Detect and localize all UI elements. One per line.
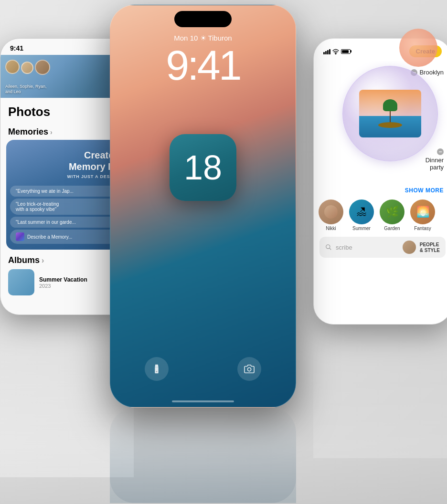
- summer-label: Summer: [352, 226, 371, 231]
- memory-suggestions: "Everything we ate in Jap... "Leo trick-…: [10, 186, 124, 246]
- album-year: 2023: [39, 283, 87, 289]
- battery-icon: [341, 49, 351, 54]
- album-nikki[interactable]: Nikki: [319, 200, 343, 231]
- memory-card[interactable]: Create aMemory Mo WITH JUST A DESCRIP "E…: [6, 140, 128, 250]
- right-albums-row: Nikki 🏖 Summer 🌿 Garden 🌅 Fantasy: [314, 198, 447, 235]
- face-2: [21, 62, 33, 74]
- album-thumbnail: [8, 269, 34, 295]
- right-status-indicators: [323, 49, 351, 54]
- island-ground: [378, 122, 402, 128]
- right-search-bar[interactable]: scribe PEOPLE & STYLE: [319, 237, 446, 258]
- phone-right: Create − Brooklyn: [313, 38, 447, 325]
- center-weather-icon: ☀: [200, 34, 208, 42]
- album-title: Summer Vacation: [39, 276, 87, 283]
- svg-point-4: [247, 368, 251, 371]
- show-more[interactable]: SHOW MORE: [314, 185, 447, 198]
- garden-label: Garden: [384, 226, 400, 231]
- island-scene: [359, 90, 421, 137]
- ios18-icon: 18: [170, 134, 236, 201]
- people-avatar: [403, 241, 416, 254]
- nikki-label: Nikki: [326, 226, 336, 231]
- face-1: [5, 60, 20, 74]
- album-info: Summer Vacation 2023: [39, 276, 87, 289]
- right-phone-reflection: [313, 325, 447, 458]
- svg-line-7: [330, 248, 331, 250]
- left-status-time: 9:41: [10, 44, 23, 52]
- suggestion-1[interactable]: "Everything we ate in Jap...: [10, 186, 124, 197]
- garden-thumb: 🌿: [380, 200, 404, 224]
- describe-label: Describe a Memory...: [27, 234, 72, 240]
- album-summer[interactable]: 🏖 Summer: [349, 200, 374, 231]
- dinner-label: Dinner party: [426, 157, 444, 171]
- svg-rect-2: [155, 367, 158, 373]
- describe-icon: [16, 232, 24, 241]
- albums-chevron: ›: [42, 256, 44, 265]
- center-phone-reflection: [110, 408, 296, 503]
- signal-icon: [323, 49, 330, 54]
- phone-center: Mon 10 ☀ Tiburon 9:41 18: [110, 5, 296, 408]
- tree-top: [383, 99, 397, 111]
- describe-row[interactable]: Describe a Memory...: [10, 230, 124, 244]
- svg-point-5: [335, 53, 336, 54]
- fantasy-label: Fantasy: [414, 226, 431, 231]
- svg-point-3: [156, 371, 158, 372]
- center-location: Tiburon: [208, 34, 232, 42]
- hero-caption: Aileen, Sophie, Ryan, and Leo: [5, 84, 47, 94]
- ios18-number: 18: [184, 150, 222, 185]
- face-3: [35, 60, 50, 75]
- svg-point-6: [326, 245, 330, 249]
- large-bubble: [342, 66, 438, 161]
- camera-button[interactable]: [237, 357, 261, 381]
- photos-title: Photos: [8, 105, 50, 119]
- right-bubble-scene: − Brooklyn: [314, 61, 447, 185]
- minus-button-dinner[interactable]: −: [437, 148, 444, 155]
- suggestion-3[interactable]: "Last summer in our garde...: [10, 217, 124, 228]
- wifi-icon: [332, 49, 339, 54]
- dinner-party-row: − Dinner party: [426, 148, 444, 171]
- fantasy-thumb: 🌅: [410, 200, 435, 224]
- center-home-indicator: [172, 400, 234, 402]
- people-style-section: PEOPLE & STYLE: [403, 241, 440, 254]
- search-icon: [325, 244, 332, 251]
- album-fantasy[interactable]: 🌅 Fantasy: [410, 200, 435, 231]
- search-placeholder: scribe: [336, 244, 399, 251]
- center-dynamic-island: [174, 11, 232, 27]
- center-date: Mon 10: [174, 34, 198, 42]
- summer-thumb: 🏖: [349, 200, 374, 224]
- people-style-label: PEOPLE & STYLE: [420, 242, 440, 253]
- album-garden[interactable]: 🌿 Garden: [380, 200, 404, 231]
- center-time: 9:41: [110, 44, 296, 86]
- scene: 9:41 Aileen, Sophie, Ryan, and Leo Photo…: [0, 0, 447, 504]
- nikki-thumb: [319, 200, 343, 224]
- bubble-inner: [343, 66, 437, 161]
- memories-chevron: ›: [50, 128, 53, 136]
- center-bottom-controls: [110, 357, 296, 381]
- suggestion-2[interactable]: "Leo trick-or-treating with a spooky vib…: [10, 199, 124, 215]
- decorative-circle: [399, 29, 437, 67]
- flashlight-button[interactable]: [145, 357, 169, 381]
